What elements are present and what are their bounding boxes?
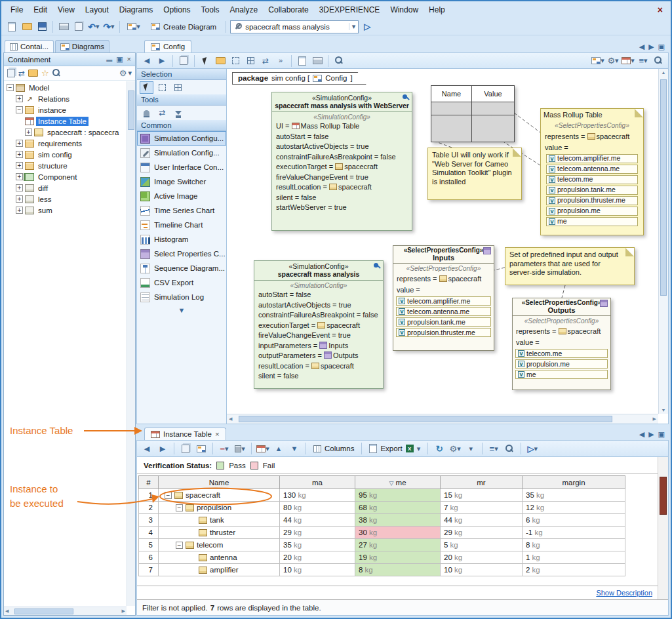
scroll-up-icon[interactable]: ▲ <box>662 70 666 75</box>
collapse-all-icon[interactable] <box>7 69 15 77</box>
run-button[interactable] <box>361 20 374 33</box>
table-row-amplifier[interactable]: 7 amplifier 10 kg 8 kg 10 kg 2 kg <box>139 564 625 576</box>
delete-dropdown[interactable] <box>233 442 247 455</box>
expand-toggle-icon[interactable] <box>16 173 23 180</box>
link-mode-icon[interactable] <box>18 69 25 78</box>
grid-select-tool[interactable] <box>171 81 185 94</box>
previous-tab-icon[interactable] <box>639 43 644 50</box>
outputs-box[interactable]: «SelectPropertiesConfig» Outputs «Select… <box>512 298 611 390</box>
refresh-button[interactable] <box>433 442 446 455</box>
tree-item-requirements[interactable]: requirements <box>4 138 135 149</box>
minimize-icon[interactable] <box>106 56 112 63</box>
search-button[interactable] <box>652 54 665 68</box>
collapse-toggle-icon[interactable] <box>176 542 183 549</box>
next-tab-icon[interactable] <box>648 43 654 50</box>
search-icon[interactable] <box>52 69 61 77</box>
create-diagram-button[interactable]: Create Diagram <box>146 20 222 34</box>
open-diagram-icon[interactable] <box>28 70 38 77</box>
palette-item-simulation-log[interactable]: Simulation Log <box>137 290 226 304</box>
overflow-button[interactable] <box>274 54 287 68</box>
more-dropdown[interactable] <box>464 442 477 455</box>
remove-row-dropdown[interactable] <box>218 442 231 455</box>
io-parameters-note[interactable]: Set of predefined input and output param… <box>505 247 635 285</box>
tree-item-sum[interactable]: sum <box>4 205 135 216</box>
column-header-me[interactable]: me <box>355 476 441 489</box>
menu-view[interactable]: View <box>52 3 80 17</box>
move-up-button[interactable] <box>272 442 285 455</box>
palette-item-active-image[interactable]: Active Image <box>137 189 226 203</box>
main-config-box[interactable]: «SimulationConfig» spacecraft mass analy… <box>254 260 384 389</box>
back-button[interactable] <box>140 54 153 68</box>
previous-tab-icon[interactable] <box>639 431 644 438</box>
palette-item-user-interface-config[interactable]: User Interface Con... <box>137 160 226 174</box>
table-row-propulsion[interactable]: 2 propulsion 80 kg 68 kg 7 kg 12 kg <box>139 502 625 514</box>
table-row-telecom[interactable]: 5 telecom 35 kg 27 kg 5 kg 8 kg <box>139 539 625 551</box>
tree-item-less[interactable]: less <box>4 193 135 205</box>
tree-item-instance[interactable]: instance <box>4 104 135 115</box>
mass-rollup-box[interactable]: Mass Rollup Table «SelectPropertiesConfi… <box>540 108 644 235</box>
undo-button[interactable] <box>87 20 100 33</box>
forward-button[interactable] <box>156 442 169 455</box>
scroll-left-icon[interactable]: ◀ <box>229 416 232 422</box>
scroll-right-icon[interactable]: ▶ <box>653 416 656 422</box>
table-row-tank[interactable]: 3 tank 44 kg 38 kg 44 kg 6 kg <box>139 514 625 527</box>
tree-item-spacecraft[interactable]: spacecraft : spacecra <box>4 127 135 138</box>
palette-more-button[interactable] <box>137 304 226 316</box>
scrollbar-thumb[interactable] <box>660 79 667 296</box>
open-project-button[interactable] <box>20 20 33 33</box>
paste-button[interactable] <box>296 54 309 68</box>
tab-diagrams[interactable]: Diagrams <box>55 40 109 52</box>
back-button[interactable] <box>140 442 153 455</box>
settings-dropdown[interactable] <box>448 442 462 455</box>
save-button[interactable] <box>35 20 49 33</box>
scroll-down-icon[interactable]: ▼ <box>662 408 666 412</box>
table-row-thruster[interactable]: 4 thruster 29 kg 30 kg 29 kg -1 kg <box>139 527 625 539</box>
instance-vertical-scrollbar[interactable] <box>658 457 668 599</box>
palette-item-simulation-config[interactable]: Simulation Config... <box>137 146 226 160</box>
redo-button[interactable] <box>102 20 115 33</box>
tab-config[interactable]: Config <box>144 40 191 52</box>
wait-tool[interactable] <box>171 107 185 119</box>
run-configuration-select[interactable]: spacecraft mass analysis <box>230 20 359 33</box>
grid-dropdown[interactable] <box>622 54 635 68</box>
scrollbar-thumb[interactable] <box>239 416 612 422</box>
scroll-right-icon[interactable]: ▶ <box>122 609 125 614</box>
maximize-icon[interactable] <box>658 431 665 438</box>
pin-icon[interactable] <box>373 262 381 270</box>
search-button[interactable] <box>503 442 516 455</box>
webserver-note[interactable]: Table UI will only work if "Web Server f… <box>427 148 522 200</box>
column-header-number[interactable]: # <box>139 476 159 489</box>
palette-item-image-switcher[interactable]: Image Switcher <box>137 174 226 189</box>
panel-settings[interactable] <box>119 69 132 77</box>
close-tab-icon[interactable]: × <box>215 430 220 438</box>
tree-item-component[interactable]: Component <box>4 171 135 182</box>
validate-dropdown[interactable] <box>591 54 604 68</box>
column-header-name[interactable]: Name <box>159 476 280 489</box>
webserver-config-box[interactable]: «SimulationConfig» spacecraft mass analy… <box>271 92 412 231</box>
menu-help[interactable]: Help <box>424 3 450 17</box>
distribute-tool[interactable] <box>155 107 169 119</box>
forward-button[interactable] <box>155 54 168 68</box>
menu-collaborate[interactable]: Collaborate <box>263 3 313 17</box>
pin-icon[interactable] <box>402 94 410 102</box>
menu-edit[interactable]: Edit <box>28 3 52 17</box>
collapse-toggle-icon[interactable] <box>16 106 23 113</box>
export-button[interactable]: Export <box>366 441 423 456</box>
view-dropdown[interactable] <box>487 442 500 455</box>
new-project-button[interactable] <box>5 20 18 33</box>
scrollbar-thumb[interactable] <box>128 90 134 130</box>
note-tool[interactable] <box>214 54 227 68</box>
shape-tool[interactable] <box>244 54 257 68</box>
inputs-box[interactable]: «SelectPropertiesConfig» Inputs «SelectP… <box>393 245 494 351</box>
table-row-spacecraft[interactable]: 1 spacecraft 130 kg 95 kg 15 kg 35 kg <box>139 489 625 502</box>
canvas-vertical-scrollbar[interactable]: ▲ ▼ <box>658 69 668 414</box>
expand-toggle-icon[interactable] <box>16 184 23 191</box>
columns-button[interactable]: Columns <box>311 441 357 456</box>
menu-layout[interactable]: Layout <box>80 3 114 17</box>
palette-item-select-properties[interactable]: Select Properties C... <box>137 247 226 261</box>
scrollbar-thumb[interactable] <box>660 477 667 515</box>
palette-item-timeline-chart[interactable]: Timeline Chart <box>137 218 226 232</box>
collapse-toggle-icon[interactable] <box>7 84 14 91</box>
menu-tools[interactable]: Tools <box>196 3 225 17</box>
next-tab-icon[interactable] <box>648 431 654 438</box>
